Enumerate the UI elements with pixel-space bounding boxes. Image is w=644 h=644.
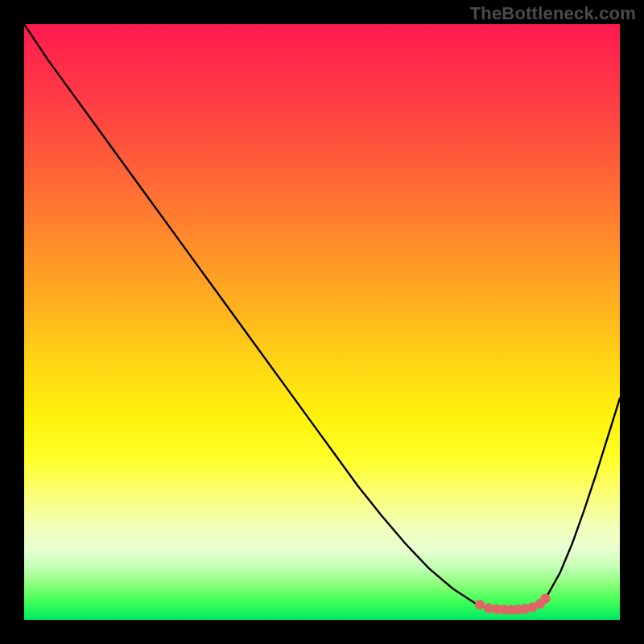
curve-marker: [540, 594, 550, 604]
bottleneck-curve: [24, 24, 620, 609]
chart-frame: TheBottleneck.com: [0, 0, 644, 644]
curve-markers: [475, 594, 551, 615]
curve-layer: [24, 24, 620, 620]
plot-area: [24, 24, 620, 620]
watermark-text: TheBottleneck.com: [470, 3, 636, 24]
curve-marker: [475, 600, 485, 609]
